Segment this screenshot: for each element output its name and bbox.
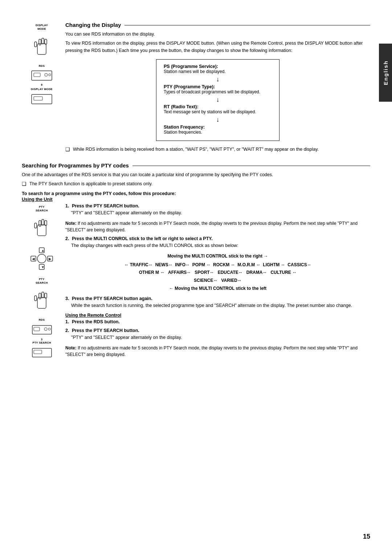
step-unit-1-action: Press the PTY SEARCH button.: [72, 203, 139, 208]
step-remote-2-desc: "PTY" and "SELECT" appear alternately on…: [71, 334, 370, 341]
pty-seq-line2: OTHER M ↔ AFFAIRS↔ SPORT↔ EDUCATE↔ DRAMA…: [65, 269, 370, 277]
section1-title: Changing the Display: [65, 22, 121, 28]
flow-diagram: PS (Programme Service): Station names wi…: [156, 59, 279, 141]
illus-display-mode2-label: 9DISPLAY MODE: [31, 83, 53, 91]
illus-rds-label: RDS: [39, 64, 45, 68]
flow-item-rt: RT (Radio Text): Text message sent by st…: [164, 104, 272, 114]
step-remote-1-number: 1.: [65, 319, 69, 324]
section1-note-item: ❑ While RDS information is being receive…: [65, 146, 370, 153]
section-pty-codes: Searching for Programmes by PTY codes On…: [22, 162, 370, 365]
svg-rect-25: [37, 297, 46, 308]
illus-rds2-shape: [29, 323, 54, 336]
step-unit-2-number: 2.: [65, 236, 69, 241]
flow-item-pty: PTY (Programme Type): Types of broadcast…: [164, 84, 272, 94]
flow-freq-label: Station Frequency:: [164, 125, 272, 130]
svg-point-20: [37, 254, 46, 263]
flow-ps-desc: Station names will be displayed.: [164, 69, 272, 74]
section2-checkbox1-item: ❑ The PTY Search function is applicable …: [22, 181, 370, 187]
svg-rect-1: [39, 39, 41, 45]
section2-intro1: One of the advantages of the RDS service…: [22, 171, 370, 178]
page-container: English 15 DISPLAYMODE: [0, 0, 392, 555]
section1-header: Changing the Display: [65, 22, 370, 28]
step-unit-3: 3. Press the PTY SEARCH button again. Wh…: [65, 296, 370, 309]
illus-pty-search3-shape: [29, 346, 54, 359]
step-unit-1-header: 1. Press the PTY SEARCH button.: [65, 203, 370, 208]
illus-display-mode-label: DISPLAYMODE: [36, 24, 48, 31]
illus-pty-search2: PTYSEARCH: [22, 278, 62, 312]
svg-text:▼: ▼: [41, 265, 45, 269]
svg-rect-2: [42, 38, 44, 44]
svg-rect-12: [39, 220, 41, 226]
svg-point-8: [49, 74, 51, 76]
left-illustrations-section1: DISPLAYMODE RDS: [22, 22, 62, 155]
section1-dash: [124, 25, 370, 25]
step-unit-1: 1. Press the PTY SEARCH button. "PTY" an…: [65, 203, 370, 216]
step-remote-1-action: Press the RDS button.: [72, 319, 120, 324]
section2-checkbox1-text: The PTY Search function is applicable to…: [29, 181, 152, 187]
illus-pty-search1-hand: [29, 214, 54, 240]
flow-arrow-2: ↓: [164, 96, 272, 104]
illus-display-mode2-shape: [29, 93, 54, 106]
illus-pty-search3-label: 3PTY SEARCH: [32, 338, 51, 345]
illus-pty-search1-label: PTYSEARCH: [36, 205, 48, 212]
step-unit-2-action: Press the MULTI CONROL stick to the left…: [72, 236, 213, 241]
flow-ps-label: PS (Programme Service):: [164, 64, 272, 69]
section-changing-display: DISPLAYMODE RDS: [22, 22, 370, 155]
svg-rect-0: [37, 44, 46, 54]
flow-item-freq: Station Frequency: Station frequencies.: [164, 125, 272, 135]
pty-seq-line1: ↔ TRAFFIC↔ NEWS↔ INFO↔ POPM ↔ ROCKM ↔ M.…: [65, 261, 370, 269]
step-remote-2-number: 2.: [65, 328, 69, 333]
flow-arrow-3: ↓: [164, 116, 272, 124]
note-2-label: Note:: [65, 345, 77, 351]
pty-sequence-box: Moving the MULTI CONTROL stick to the ri…: [65, 252, 370, 292]
step-unit-1-desc: "PTY" and "SELECT" appear alternately on…: [71, 210, 370, 216]
section2-title: Searching for Programmes by PTY codes: [22, 162, 129, 169]
svg-rect-13: [42, 219, 44, 225]
svg-text:◀: ◀: [32, 257, 35, 261]
svg-rect-11: [37, 225, 46, 236]
section1-note-text: While RDS information is being received …: [73, 146, 319, 153]
svg-rect-31: [34, 327, 40, 331]
language-tab: English: [379, 44, 392, 102]
step-unit-3-number: 3.: [65, 296, 69, 301]
instr-header: To search for a programme using the PTY …: [22, 191, 370, 196]
illus-rds2: RDS 3PTY SEARCH: [22, 318, 62, 359]
flow-freq-desc: Station frequencies.: [164, 130, 272, 135]
illus-pty-search2-label: PTYSEARCH: [36, 278, 48, 285]
svg-point-7: [45, 73, 48, 76]
svg-text:▲: ▲: [41, 248, 45, 252]
svg-rect-10: [34, 97, 42, 100]
flow-rt-label: RT (Radio Text):: [164, 104, 272, 109]
svg-rect-26: [39, 293, 41, 299]
flow-pty-label: PTY (Programme Type):: [164, 84, 272, 89]
language-tab-label: English: [383, 60, 389, 85]
note-block-1: Note: If no adjustments are made for 5 s…: [65, 220, 370, 233]
step-unit-2-header: 2. Press the MULTI CONROL stick to the l…: [65, 236, 370, 241]
section1-intro2: To view RDS information on the display, …: [65, 40, 370, 54]
step-unit-2: 2. Press the MULTI CONROL stick to the l…: [65, 236, 370, 249]
step-remote-1-header: 1. Press the RDS button.: [65, 319, 370, 324]
step-remote-2-header: 2. Press the PTY SEARCH button.: [65, 328, 370, 333]
illus-rds-unit: RDS 9DISPLAY MODE: [22, 64, 62, 106]
steps-with-illustrations: PTYSEARCH: [22, 203, 370, 365]
section1-intro1: You can see RDS information on the displ…: [65, 31, 370, 38]
step-remote-2: 2. Press the PTY SEARCH button. "PTY" an…: [65, 328, 370, 341]
right-content-section1: Changing the Display You can see RDS inf…: [62, 22, 370, 155]
illus-display-mode-hand: [29, 32, 54, 58]
instr-subheader-remote: Using the Remote Control: [65, 313, 370, 318]
svg-rect-6: [34, 73, 40, 77]
svg-rect-35: [34, 350, 42, 354]
note-2-text: If no adjustments are made for 5 seconds…: [65, 345, 358, 357]
illus-multi-control-shape: ▲ ▼ ◀ ▶: [29, 246, 54, 272]
step-remote-2-action: Press the PTY SEARCH button.: [72, 328, 139, 333]
illus-pty-search1: PTYSEARCH: [22, 205, 62, 240]
instr-subheader-unit: Using the Unit: [22, 197, 370, 202]
illus-rds2-label: RDS: [39, 318, 45, 322]
illus-pty-search2-hand: [29, 286, 54, 312]
checkbox-symbol-1: ❑: [65, 146, 70, 152]
pty-seq-line3: SCIENCE↔ VARIED↔: [65, 277, 370, 285]
checkbox-symbol-2: ❑: [22, 181, 26, 187]
flow-arrow-1: ↓: [164, 76, 272, 84]
svg-point-33: [48, 328, 50, 330]
pty-seq-arrow-left: ← Moving the MULTI CONTROL stick to the …: [65, 285, 370, 293]
